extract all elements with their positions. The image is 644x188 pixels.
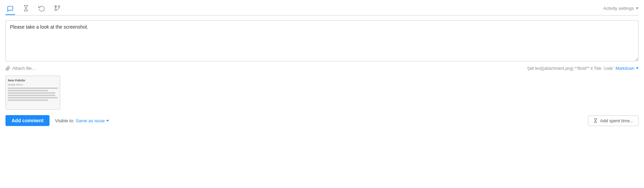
hourglass-small-icon — [593, 118, 598, 123]
thumb-line-1 — [8, 88, 58, 89]
branch-icon — [54, 5, 61, 12]
visible-to-chevron-icon — [106, 120, 109, 122]
paperclip-icon — [5, 66, 10, 71]
add-comment-label: Add comment — [12, 118, 43, 123]
thumb-line-5 — [8, 97, 58, 98]
attach-file-label: Attach file... — [12, 66, 36, 71]
thumb-line-2 — [8, 90, 48, 91]
tab-branch[interactable] — [53, 3, 62, 13]
add-comment-button[interactable]: Add comment — [5, 115, 50, 126]
attachment-area: New Palette sample text to — [5, 76, 639, 110]
markdown-syntax-hint: ![alt text](attachment.png) **Bold** # T… — [527, 66, 614, 71]
page-wrapper: Activity settings Please take a look at … — [0, 0, 644, 188]
attach-row: Attach file... ![alt text](attachment.pn… — [5, 65, 639, 72]
toolbar-left — [5, 3, 62, 13]
attach-file-button[interactable]: Attach file... — [5, 66, 36, 71]
markdown-link[interactable]: Markdown — [616, 66, 639, 71]
thumb-line-4 — [8, 95, 55, 96]
tab-history[interactable] — [37, 3, 46, 13]
tab-time[interactable] — [21, 3, 31, 13]
action-row: Add comment Visible to: Same as issue Ad… — [5, 115, 639, 129]
activity-settings-label: Activity settings — [603, 6, 634, 11]
visible-to-value: Same as issue — [75, 118, 104, 123]
thumb-line-6 — [8, 99, 48, 101]
activity-settings-chevron-icon — [636, 7, 639, 9]
thumbnail-lines — [8, 88, 58, 101]
add-spent-time-button[interactable]: Add spent time... — [588, 115, 639, 126]
markdown-label: Markdown — [616, 66, 634, 71]
visible-to-label: Visible to: — [55, 118, 74, 123]
thumbnail-subtitle: sample text to — [8, 83, 58, 86]
activity-settings-button[interactable]: Activity settings — [603, 6, 639, 11]
comment-textarea[interactable]: Please take a look at the screenshot. — [5, 20, 639, 61]
markdown-hint: ![alt text](attachment.png) **Bold** # T… — [527, 66, 639, 71]
visible-to: Visible to: Same as issue — [55, 118, 109, 123]
tab-comment[interactable] — [5, 4, 15, 15]
history-icon — [38, 5, 45, 12]
thumb-line-3 — [8, 92, 55, 94]
add-spent-time-label: Add spent time... — [600, 118, 633, 123]
thumbnail-title: New Palette — [8, 79, 58, 82]
action-left: Add comment Visible to: Same as issue — [5, 115, 109, 126]
visible-to-dropdown[interactable]: Same as issue — [75, 118, 109, 123]
comment-icon — [7, 5, 14, 12]
attachment-thumbnail[interactable]: New Palette sample text to — [5, 76, 60, 110]
markdown-chevron-icon — [636, 67, 639, 69]
comment-area: Please take a look at the screenshot. — [5, 20, 639, 62]
toolbar: Activity settings — [5, 0, 639, 16]
hourglass-icon — [23, 5, 29, 12]
